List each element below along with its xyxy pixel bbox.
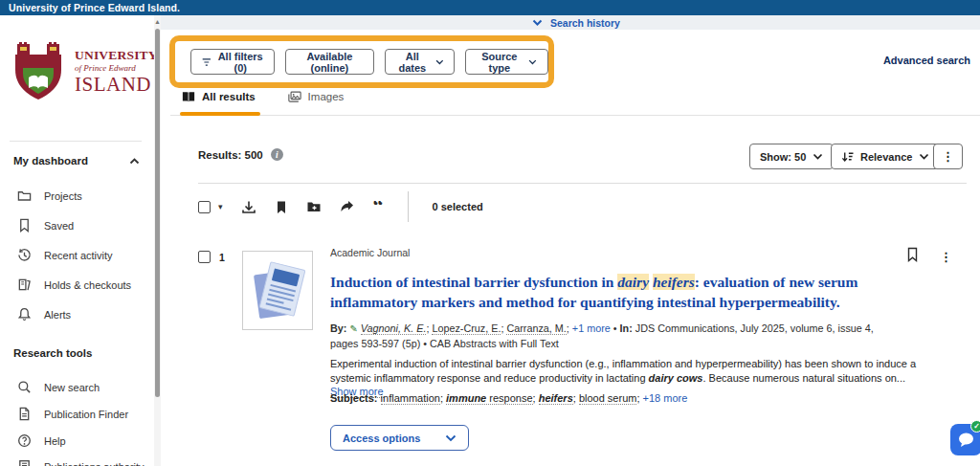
result-byline: By: ✎ Vagnoni, K. E.; Lopez-Cruz, E.; Ca… [330,322,893,350]
result-thumbnail[interactable] [242,251,313,330]
all-dates-label: All dates [396,51,429,74]
sidebar-divider [10,141,142,142]
tabs-divider [170,115,980,116]
upei-logo: UNIVERSITY of Prince Edward ISLAND [11,42,158,101]
research-tools-label: Research tools [13,347,92,359]
subject-link[interactable]: immune response [446,392,533,405]
sidebar-item-publication-finder[interactable]: Publication Finder [17,407,128,421]
select-all-caret-icon[interactable]: ▾ [218,202,223,211]
author-pen-icon: ✎ [349,323,357,334]
chevron-down-icon [919,153,929,160]
result-overflow-menu[interactable]: ⋮ [940,251,952,263]
highlighted-abstract-term: dairy cows [649,372,703,384]
subject-link[interactable]: heifers [539,392,573,405]
tab-all-results-label: All results [202,91,256,102]
logo-line1: UNIVERSITY [75,49,158,62]
chat-online-badge: ✓ [970,420,980,433]
sidebar-item-publications-authority[interactable]: Publications authority [17,459,145,466]
chevron-down-icon [532,19,543,26]
result-checkbox[interactable] [198,251,211,263]
results-tabs: All results Images [182,91,344,111]
my-dashboard-header[interactable]: My dashboard [13,155,140,166]
sidebar-item-saved[interactable]: Saved [17,218,74,233]
highlighted-term: heifers [653,274,695,290]
results-divider [198,183,967,184]
tab-images[interactable]: Images [288,91,345,111]
sidebar-item-label: Publications authority [44,461,145,466]
all-dates-dropdown[interactable]: All dates [385,49,455,75]
sidebar-item-new-search[interactable]: New search [17,380,100,394]
filter-bar-highlight: All filters (0) Available (online) All d… [169,35,554,88]
download-button[interactable] [241,200,256,214]
add-to-project-button[interactable] [306,200,322,213]
sidebar-item-label: Publication Finder [44,409,128,420]
author-link[interactable]: Vagnoni, K. E. [361,322,427,335]
sidebar-item-help[interactable]: Help [17,433,66,448]
filter-icon [202,56,212,68]
upei-wordmark: UNIVERSITY of Prince Edward ISLAND [75,49,158,95]
search-icon [17,380,32,394]
scrollbar-up-arrow-icon[interactable]: ▲ [154,17,161,26]
all-filters-button[interactable]: All filters (0) [190,49,275,75]
more-subjects-link[interactable]: +18 more [643,392,688,404]
toolbar-separator [408,191,409,222]
access-options-button[interactable]: Access options [330,425,469,451]
share-button[interactable] [340,200,355,213]
highlighted-term: dairy [617,274,649,290]
in-label: In: [620,322,633,334]
chat-bubble-icon [957,432,975,448]
chevron-down-icon [445,434,457,442]
history-icon [17,248,32,262]
sidebar-item-label: Saved [44,220,74,232]
tab-images-label: Images [308,91,345,102]
save-bookmark-button[interactable] [275,200,288,214]
info-icon[interactable]: i [271,148,283,161]
sort-dropdown[interactable]: Relevance [831,144,940,169]
sort-icon [841,151,854,163]
chevron-up-icon [129,158,140,165]
tab-all-results[interactable]: All results [182,91,256,111]
advanced-search-link[interactable]: Advanced search [883,55,970,66]
author-link[interactable]: Carranza, M. [506,322,566,335]
cite-button[interactable]: “ [373,201,384,213]
results-count: Results: 500 i [198,148,283,161]
results-overflow-menu-button[interactable]: ⋮ [933,144,963,169]
author-link[interactable]: Lopez-Cruz, E. [432,322,501,335]
subject-link[interactable]: blood serum [579,392,637,405]
source-type-dropdown[interactable]: Source type [465,49,548,75]
sidebar-item-alerts[interactable]: Alerts [17,307,71,322]
show-per-page-dropdown[interactable]: Show: 50 [749,144,834,169]
result-title-link[interactable]: Induction of intestinal barrier dysfunct… [330,272,897,312]
document-icon [17,407,32,421]
page: University of Prince Edward Island. Sear… [0,0,980,466]
active-tab-underline [180,112,260,116]
sidebar-scrollbar-thumb[interactable] [155,29,160,397]
logo-line2: of Prince Edward [75,64,158,73]
more-authors-link[interactable]: +1 more [572,322,611,334]
sidebar-item-recent-activity[interactable]: Recent activity [17,248,113,262]
sidebar-item-projects[interactable]: Projects [17,189,82,203]
institution-bar: University of Prince Edward Island. [0,0,980,15]
result-subjects: Subjects: inflammation; immune response;… [330,391,904,405]
sidebar-item-label: Projects [44,190,82,202]
sidebar-item-holds-checkouts[interactable]: Holds & checkouts [17,277,131,292]
open-book-icon [182,91,195,102]
library-card-icon [17,277,32,292]
sort-label: Relevance [860,151,912,163]
bell-icon [17,307,32,322]
paper-front-graphic [259,261,306,317]
search-history-link[interactable]: Search history [532,15,620,30]
all-filters-label: All filters (0) [218,51,263,74]
bookmark-result-button[interactable] [906,247,919,266]
available-online-label: Available (online) [297,51,363,74]
upei-crest-icon [11,42,67,101]
share-icon [340,200,355,213]
bookmark-icon [906,247,919,262]
result-type-label: Academic Journal [330,247,410,258]
search-panel-strip: Search history [160,15,980,30]
available-online-button[interactable]: Available (online) [285,49,374,75]
select-all-checkbox[interactable] [198,201,211,213]
journal-icon [17,459,32,466]
subject-link[interactable]: inflammation [381,392,440,405]
selection-toolbar: ▾ “ 0 selected [198,194,483,219]
